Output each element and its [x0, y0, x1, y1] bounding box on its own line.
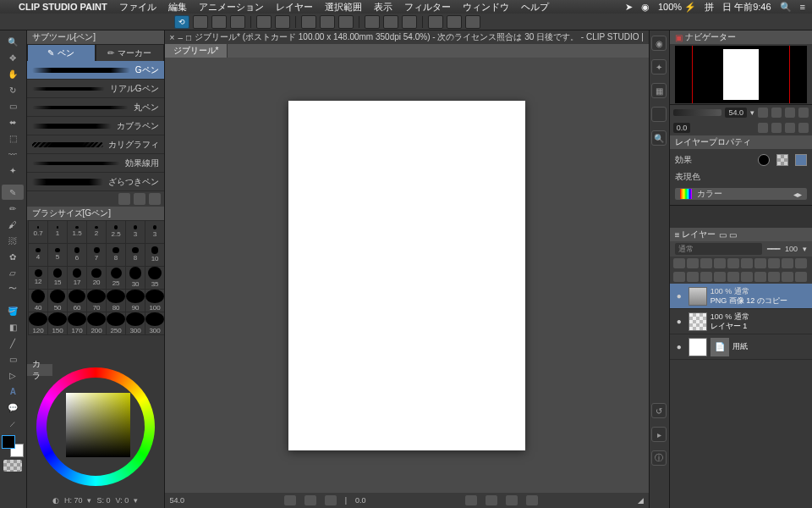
menu-layer[interactable]: レイヤー	[276, 1, 313, 14]
brush-size-cell[interactable]: 100	[145, 289, 164, 312]
battery-status[interactable]: 100% ⚡	[658, 2, 696, 13]
gradient-tool-icon[interactable]: ◧	[2, 319, 24, 334]
decoration-tool-icon[interactable]: ✿	[2, 249, 24, 264]
auto-action-icon[interactable]: ▸	[651, 427, 667, 442]
effect-layercolor-icon[interactable]	[795, 154, 807, 166]
brush-size-cell[interactable]: 6	[67, 243, 87, 267]
lasso-tool-icon[interactable]: 〰	[2, 146, 24, 162]
brush-size-cell[interactable]: 8	[106, 243, 126, 267]
tone-icon[interactable]	[651, 107, 667, 122]
menu-filter[interactable]: フィルター	[404, 1, 451, 14]
apply-mask-icon[interactable]	[768, 272, 780, 282]
subtool-tab-pen[interactable]: ✎ ペン	[27, 44, 96, 61]
zoom-readout[interactable]: 54.0	[170, 496, 185, 505]
status-zoom-fit-icon[interactable]	[304, 495, 316, 505]
brush-size-cell[interactable]: 2	[86, 220, 107, 244]
brush-size-cell[interactable]: 0.7	[28, 220, 48, 244]
toolbar-undo-icon[interactable]	[256, 15, 272, 29]
history-icon[interactable]: ↺	[651, 403, 667, 418]
subtool-item-round-pen[interactable]: 丸ペン	[27, 98, 164, 117]
layer-row[interactable]: ● 📄 用紙	[670, 334, 812, 360]
status-rotate-ccw-icon[interactable]	[465, 495, 477, 505]
toolbar-scale-icon[interactable]	[338, 15, 354, 29]
zoom-in-icon[interactable]	[771, 108, 782, 118]
menu-help[interactable]: ヘルプ	[521, 1, 549, 14]
zoom-100-icon[interactable]	[798, 108, 809, 118]
set-color-icon[interactable]	[754, 258, 766, 268]
subtool-item-kabura-pen[interactable]: カブラペン	[27, 117, 164, 135]
brush-size-cell[interactable]: 170	[67, 312, 87, 335]
status-zoom-in-icon[interactable]	[325, 495, 337, 505]
toolbar-select-icon[interactable]	[365, 15, 380, 29]
navigator-preview[interactable]	[675, 46, 807, 103]
airbrush-tool-icon[interactable]: ⛆	[2, 233, 24, 248]
transfer-icon[interactable]	[714, 272, 726, 282]
brush-size-cell[interactable]: 300	[125, 312, 145, 335]
blend-mode-select[interactable]: 通常	[675, 243, 762, 255]
toolbar-ruler-icon[interactable]	[402, 15, 417, 29]
zoom-fit-icon[interactable]	[785, 108, 795, 118]
status-flip-icon[interactable]	[526, 495, 538, 505]
fill-tool-icon[interactable]: 🪣	[2, 303, 24, 318]
zoom-tool-icon[interactable]: 🔍	[2, 34, 24, 49]
ruler-tool-icon[interactable]: ▷	[2, 367, 24, 383]
subtool-tab-marker[interactable]: ✏ マーカー	[96, 44, 164, 61]
delete-layer-icon[interactable]	[795, 272, 807, 282]
close-icon[interactable]: ×	[170, 33, 175, 42]
info-icon[interactable]: ⓘ	[651, 450, 667, 466]
transparent-swatch-icon[interactable]	[3, 460, 22, 472]
ruler-layer-icon[interactable]	[741, 258, 753, 268]
brush-size-cell[interactable]: 25	[106, 266, 126, 290]
layer-name[interactable]: レイヤー 1	[710, 322, 809, 331]
menu-animation[interactable]: アニメーション	[199, 1, 264, 14]
brush-size-cell[interactable]: 2.5	[106, 220, 126, 244]
layer-thumbnail[interactable]	[689, 312, 707, 331]
extract-line-icon[interactable]	[782, 258, 793, 268]
opacity-value[interactable]: 100	[785, 245, 798, 253]
resize-handle-icon[interactable]: ◢	[638, 496, 644, 505]
quick-access-icon[interactable]: ◉	[651, 36, 667, 51]
layer-thumbnail[interactable]	[689, 338, 707, 356]
toolbar-save-icon[interactable]	[230, 15, 245, 29]
subtool-delete-icon[interactable]	[149, 193, 161, 205]
material-icon[interactable]: ✦	[651, 59, 667, 75]
pencil-tool-icon[interactable]: ✏	[2, 201, 24, 216]
layer-row[interactable]: ● 100 % 通常 レイヤー 1	[670, 309, 812, 334]
brush-size-cell[interactable]: 70	[86, 289, 107, 312]
brush-size-cell[interactable]: 300	[145, 312, 164, 335]
visibility-icon[interactable]: ●	[673, 342, 685, 351]
brush-size-cell[interactable]: 12	[28, 266, 48, 290]
color-square[interactable]	[66, 393, 130, 457]
brush-size-cell[interactable]: 3	[125, 220, 145, 244]
layer-row[interactable]: ● 100 % 通常 PNG 画像 12 のコピー	[670, 284, 812, 309]
minimize-icon[interactable]: –	[178, 33, 183, 42]
toolbar-grid-icon[interactable]	[383, 15, 398, 29]
subtool-item-calligraphy[interactable]: カリグラフィ	[27, 135, 164, 154]
app-name[interactable]: CLIP STUDIO PAINT	[19, 2, 107, 12]
wifi-icon[interactable]: ◉	[641, 2, 650, 13]
brush-size-cell[interactable]: 30	[125, 266, 145, 290]
toolbar-open-icon[interactable]	[211, 15, 227, 29]
brush-size-cell[interactable]: 1.5	[67, 220, 87, 244]
brush-size-cell[interactable]: 200	[86, 312, 107, 335]
change-color-icon[interactable]	[795, 258, 807, 268]
wand-tool-icon[interactable]: ✦	[2, 163, 24, 178]
brush-size-cell[interactable]: 35	[145, 266, 164, 290]
siri-icon[interactable]: ≡	[800, 2, 805, 12]
clip-studio-icon[interactable]: ⟲	[174, 15, 189, 29]
enable-mask-icon[interactable]	[782, 272, 793, 282]
status-rotate-reset-icon[interactable]	[486, 495, 497, 505]
brush-size-cell[interactable]: 250	[106, 312, 126, 335]
eraser-tool-icon[interactable]: ▱	[2, 265, 24, 280]
brush-size-cell[interactable]: 90	[125, 289, 145, 312]
hand-tool-icon[interactable]: ✋	[2, 66, 24, 81]
layer-thumbnail[interactable]	[689, 287, 707, 306]
flip-v-icon[interactable]	[798, 123, 809, 133]
document-tab[interactable]: ジブリール*	[165, 44, 228, 58]
rotate-tool-icon[interactable]: ↻	[2, 82, 24, 97]
subtool-add-icon[interactable]	[118, 193, 130, 205]
toolbar-snap-ruler-icon[interactable]	[447, 15, 462, 29]
move-tool-icon[interactable]: ✥	[2, 50, 24, 65]
effect-border-icon[interactable]	[758, 154, 770, 166]
effect-tone-icon[interactable]	[776, 154, 788, 166]
